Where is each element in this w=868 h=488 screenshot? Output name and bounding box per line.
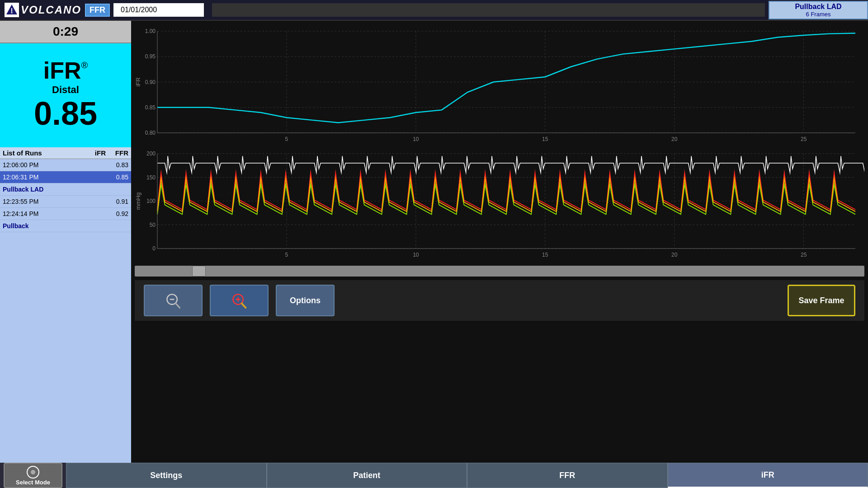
header-bar: VOLCANO FFR 01/01/2000 Pullback LAD 6 Fr… xyxy=(0,0,868,21)
zoom-out-button[interactable] xyxy=(144,285,203,316)
chart-area: Options Save Frame xyxy=(131,21,868,463)
zoom-out-icon xyxy=(164,291,182,310)
date-display: 01/01/2000 xyxy=(113,3,204,17)
run-row-5[interactable]: Pullback xyxy=(0,220,131,232)
pressure-chart xyxy=(135,149,864,262)
run-row-2[interactable]: Pullback LAD xyxy=(0,183,131,196)
run-label-3: 12:23:55 PM xyxy=(3,198,106,205)
pressure-chart-canvas xyxy=(135,149,864,262)
ifr-reg-symbol: ® xyxy=(81,61,88,70)
pullback-frames: 6 Frames xyxy=(773,11,863,18)
left-panel: 0:29 iFR ® Distal 0.85 List of Runs iFR … xyxy=(0,21,131,463)
ifr-title: iFR xyxy=(43,59,81,82)
runs-header: List of Runs iFR FFR xyxy=(0,147,131,159)
run-label-1: 12:06:31 PM xyxy=(3,174,106,181)
nav-tab-settings[interactable]: Settings xyxy=(66,463,267,488)
run-row-0[interactable]: 12:06:00 PM0.83 xyxy=(0,159,131,171)
nav-tabs: SettingsPatientFFRiFR xyxy=(66,463,868,488)
runs-list: 12:06:00 PM0.8312:06:31 PM0.85Pullback L… xyxy=(0,159,131,232)
runs-header-ifr: iFR xyxy=(83,149,106,157)
logo-icon xyxy=(5,3,19,17)
toolbar: Options Save Frame xyxy=(135,280,864,321)
runs-panel: List of Runs iFR FFR 12:06:00 PM0.8312:0… xyxy=(0,147,131,463)
pullback-info: Pullback LAD 6 Frames xyxy=(769,1,868,19)
run-ifr-3: 0.91 xyxy=(106,198,128,205)
volcano-logo: VOLCANO FFR xyxy=(5,3,110,17)
svg-point-11 xyxy=(31,470,35,474)
ifr-value-display: 0.85 xyxy=(34,96,97,131)
options-button[interactable]: Options xyxy=(276,285,335,316)
runs-header-label: List of Runs xyxy=(3,149,83,157)
ifr-distal-label: Distal xyxy=(52,84,79,96)
zoom-in-button[interactable] xyxy=(210,285,269,316)
timer-display: 0:29 xyxy=(0,21,131,43)
nav-tab-patient[interactable]: Patient xyxy=(267,463,467,488)
run-ifr-0: 0.83 xyxy=(106,161,128,169)
logo-area: VOLCANO FFR 01/01/2000 xyxy=(0,0,208,20)
ifr-display: iFR ® Distal 0.85 xyxy=(0,43,131,147)
zoom-in-icon xyxy=(230,291,248,310)
main-content: 0:29 iFR ® Distal 0.85 List of Runs iFR … xyxy=(0,21,868,463)
svg-line-9 xyxy=(242,303,246,308)
pullback-title: Pullback LAD xyxy=(773,3,863,11)
ifr-chart xyxy=(135,24,864,146)
run-ifr-4: 0.92 xyxy=(106,210,128,217)
nav-tab-ifr[interactable]: iFR xyxy=(668,463,868,488)
svg-line-5 xyxy=(176,303,180,308)
run-label-2: Pullback LAD xyxy=(3,186,128,193)
run-label-5: Pullback xyxy=(3,222,128,230)
run-ifr-1: 0.85 xyxy=(106,174,128,181)
run-row-4[interactable]: 12:24:14 PM0.92 xyxy=(0,208,131,220)
select-mode-button[interactable]: Select Mode xyxy=(4,463,62,488)
save-frame-button[interactable]: Save Frame xyxy=(788,285,855,316)
volcano-text: VOLCANO xyxy=(21,4,81,16)
run-label-0: 12:06:00 PM xyxy=(3,161,106,169)
ffr-badge: FFR xyxy=(85,4,110,17)
run-row-1[interactable]: 12:06:31 PM0.85 xyxy=(0,171,131,183)
timeline-slider[interactable] xyxy=(135,266,864,277)
ifr-chart-canvas xyxy=(135,24,864,146)
run-label-4: 12:24:14 PM xyxy=(3,210,106,217)
bottom-nav: Select Mode SettingsPatientFFRiFR xyxy=(0,463,868,488)
select-mode-label: Select Mode xyxy=(16,479,50,486)
select-mode-icon xyxy=(26,465,40,479)
runs-header-ffr: FFR xyxy=(106,149,128,157)
nav-tab-ffr[interactable]: FFR xyxy=(467,463,668,488)
slider-area xyxy=(135,262,864,280)
run-row-3[interactable]: 12:23:55 PM0.91 xyxy=(0,196,131,208)
svg-point-2 xyxy=(11,12,13,14)
